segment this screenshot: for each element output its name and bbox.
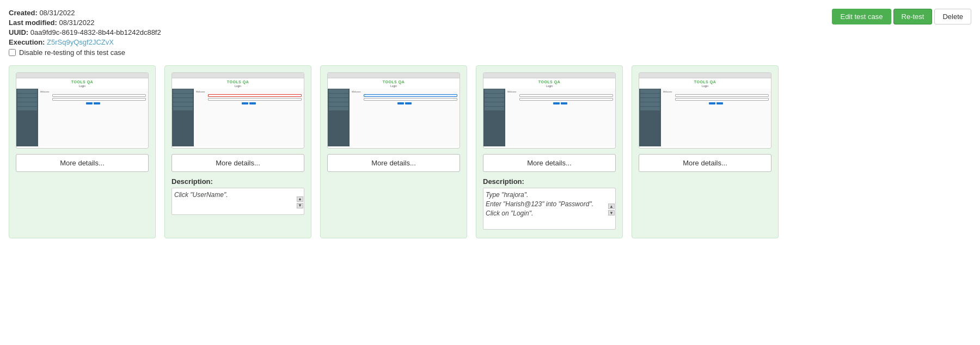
card-1: TOOLS QA Login Welcome bbox=[9, 65, 156, 238]
ss-buttons-1 bbox=[40, 102, 146, 104]
ss-form-row bbox=[40, 94, 146, 97]
screenshot-inner-4: TOOLS QA Login Welcome bbox=[483, 73, 615, 148]
ss-toolbar-1 bbox=[16, 73, 148, 78]
description-section-2: Description: Click "UserName". ▲ ▼ bbox=[171, 177, 304, 217]
description-section-4: Description: Type "hrajora". Enter "Hari… bbox=[483, 177, 616, 231]
ss-welcome-1: Welcome bbox=[40, 90, 146, 93]
ss-content-4: Welcome bbox=[505, 89, 615, 146]
ss-content-1: Welcome bbox=[38, 89, 148, 146]
ss-buttons-5 bbox=[663, 102, 769, 104]
screenshot-box-5: TOOLS QA Login Welcome bbox=[639, 72, 771, 149]
ss-logo-2: TOOLS QA bbox=[172, 78, 304, 84]
disable-retest-row: Disable re-testing of this test case bbox=[9, 48, 161, 57]
delete-button[interactable]: Delete bbox=[934, 9, 971, 24]
ss-sidebar-item bbox=[17, 102, 37, 106]
more-details-button-5[interactable]: More details... bbox=[639, 154, 771, 172]
screenshot-box-2: TOOLS QA Login Welcome bbox=[171, 72, 304, 149]
spinner-up-4[interactable]: ▲ bbox=[608, 204, 615, 209]
disable-retest-label: Disable re-testing of this test case bbox=[19, 48, 125, 57]
header-buttons: Edit test case Re-test Delete bbox=[832, 9, 971, 24]
ss-title-5: Login bbox=[639, 84, 771, 88]
screenshot-box-3: TOOLS QA Login Welcome bbox=[327, 72, 460, 149]
ss-sidebar-item bbox=[17, 98, 37, 102]
uuid-row: UUID: 0aa9fd9c-8619-4832-8b44-bb1242dc88… bbox=[9, 28, 161, 36]
card-2: TOOLS QA Login Welcome bbox=[164, 65, 311, 238]
screenshot-box-1: TOOLS QA Login Welcome bbox=[16, 72, 149, 149]
screenshot-inner-3: TOOLS QA Login Welcome bbox=[328, 73, 460, 148]
ss-sidebar-1 bbox=[16, 89, 38, 146]
ss-title-1: Login bbox=[16, 84, 148, 88]
last-modified-row: Last modified: 08/31/2022 bbox=[9, 19, 161, 27]
execution-row: Execution: Z5rSq9yQsgf2JCZvX bbox=[9, 38, 161, 46]
ss-content-2: Welcome bbox=[194, 89, 304, 146]
spinner-down-4[interactable]: ▼ bbox=[608, 210, 615, 215]
header-section: Created: 08/31/2022 Last modified: 08/31… bbox=[9, 9, 971, 57]
ss-layout-1: Welcome bbox=[16, 89, 148, 146]
ss-logo-4: TOOLS QA bbox=[483, 78, 615, 84]
ss-sidebar-4 bbox=[483, 89, 505, 146]
screenshot-inner-5: TOOLS QA Login Welcome bbox=[639, 73, 771, 148]
ss-title-4: Login bbox=[483, 84, 615, 88]
description-label-2: Description: bbox=[171, 177, 304, 186]
ss-buttons-3 bbox=[352, 102, 457, 104]
ss-sidebar-3 bbox=[328, 89, 350, 146]
ss-logo-1: TOOLS QA bbox=[16, 78, 148, 84]
description-text-2[interactable]: Click "UserName". bbox=[171, 188, 304, 215]
more-details-button-4[interactable]: More details... bbox=[483, 154, 616, 172]
card-3: TOOLS QA Login Welcome bbox=[320, 65, 467, 238]
ss-layout-4: Welcome bbox=[483, 89, 615, 146]
retest-button[interactable]: Re-test bbox=[893, 9, 933, 24]
ss-logo-3: TOOLS QA bbox=[328, 78, 460, 84]
description-label-4: Description: bbox=[483, 177, 616, 186]
ss-buttons-4 bbox=[507, 102, 613, 104]
spinner-4: ▲ ▼ bbox=[608, 204, 615, 215]
execution-label: Execution: bbox=[9, 38, 45, 46]
ss-sidebar-2 bbox=[172, 89, 194, 146]
ss-form-row bbox=[40, 98, 146, 101]
spinner-up-2[interactable]: ▲ bbox=[297, 196, 303, 202]
ss-logo-5: TOOLS QA bbox=[639, 78, 771, 84]
ss-layout-3: Welcome bbox=[328, 89, 460, 146]
meta-info: Created: 08/31/2022 Last modified: 08/31… bbox=[9, 9, 161, 57]
uuid-value: 0aa9fd9c-8619-4832-8b44-bb1242dc88f2 bbox=[30, 28, 161, 36]
last-modified-label: Last modified: bbox=[9, 19, 57, 27]
ss-title-3: Login bbox=[328, 84, 460, 88]
screenshot-inner-2: TOOLS QA Login Welcome bbox=[172, 73, 304, 148]
ss-toolbar-2 bbox=[172, 73, 304, 78]
screenshot-box-4: TOOLS QA Login Welcome bbox=[483, 72, 616, 149]
last-modified-value: 08/31/2022 bbox=[59, 19, 94, 27]
ss-toolbar-4 bbox=[483, 73, 615, 78]
ss-sidebar-item bbox=[17, 94, 37, 97]
ss-sidebar-item bbox=[17, 107, 37, 110]
ss-buttons-2 bbox=[196, 102, 302, 104]
ss-content-5: Welcome bbox=[661, 89, 771, 146]
ss-content-3: Welcome bbox=[350, 89, 460, 146]
description-wrapper-2: Click "UserName". ▲ ▼ bbox=[171, 188, 304, 217]
ss-layout-5: Welcome bbox=[639, 89, 771, 146]
spinner-down-2[interactable]: ▼ bbox=[297, 203, 303, 208]
description-text-4[interactable]: Type "hrajora". Enter "Harish@123" into … bbox=[483, 188, 616, 230]
description-wrapper-4: Type "hrajora". Enter "Harish@123" into … bbox=[483, 188, 616, 231]
spinner-2: ▲ ▼ bbox=[297, 196, 303, 208]
disable-retest-checkbox[interactable] bbox=[9, 49, 16, 56]
card-4: TOOLS QA Login Welcome bbox=[476, 65, 623, 238]
cards-container: TOOLS QA Login Welcome bbox=[9, 65, 971, 238]
created-label: Created: bbox=[9, 9, 38, 17]
more-details-button-3[interactable]: More details... bbox=[327, 154, 460, 172]
created-value: 08/31/2022 bbox=[39, 9, 75, 17]
more-details-button-2[interactable]: More details... bbox=[171, 154, 304, 172]
ss-sidebar-5 bbox=[639, 89, 661, 146]
edit-test-case-button[interactable]: Edit test case bbox=[832, 9, 891, 24]
created-row: Created: 08/31/2022 bbox=[9, 9, 161, 17]
card-5: TOOLS QA Login Welcome bbox=[632, 65, 779, 238]
more-details-button-1[interactable]: More details... bbox=[16, 154, 149, 172]
ss-title-2: Login bbox=[172, 84, 304, 88]
ss-layout-2: Welcome bbox=[172, 89, 304, 146]
ss-toolbar-3 bbox=[328, 73, 460, 78]
uuid-label: UUID: bbox=[9, 28, 28, 36]
execution-link[interactable]: Z5rSq9yQsgf2JCZvX bbox=[47, 38, 114, 46]
ss-sidebar-item bbox=[17, 89, 37, 93]
screenshot-inner-1: TOOLS QA Login Welcome bbox=[16, 73, 148, 148]
ss-toolbar-5 bbox=[639, 73, 771, 78]
